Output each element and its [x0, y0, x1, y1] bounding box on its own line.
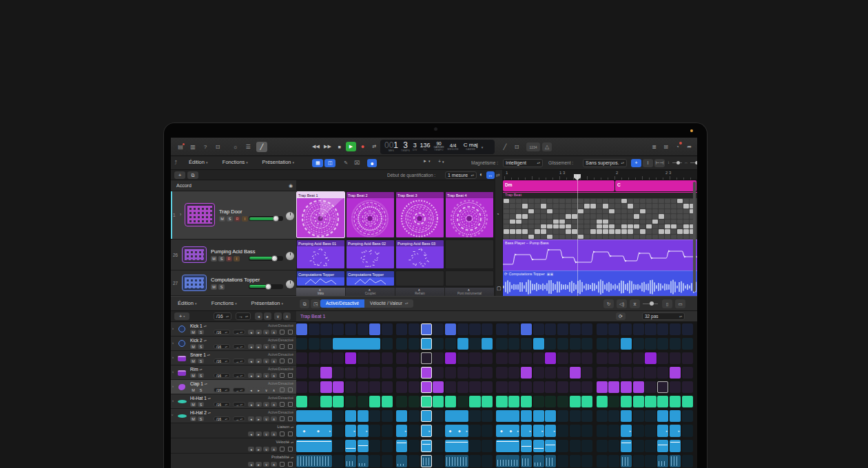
row-settings-b-button[interactable] — [288, 447, 293, 451]
step-cell-empty[interactable] — [433, 410, 444, 422]
row-settings-b-button[interactable] — [288, 330, 293, 334]
step-cell-empty[interactable] — [382, 352, 393, 364]
step-cell-empty[interactable] — [409, 323, 420, 335]
row-header[interactable]: Probabilité▴▾◂▸∨∧ — [171, 454, 296, 468]
row-octave-up-button[interactable]: ∧ — [271, 387, 277, 392]
glissement-select[interactable]: Sans superpos.▴▾ — [583, 159, 627, 167]
step-cell-empty[interactable] — [621, 352, 632, 364]
scene-trigger-4[interactable]: ∧Pont instrumental — [445, 288, 495, 296]
step-cell-empty[interactable] — [557, 323, 568, 335]
step-cell-empty[interactable] — [433, 425, 444, 437]
row-rotate-right-button[interactable]: ▸ — [256, 447, 262, 451]
row-rate-select[interactable]: /16▴▾ — [214, 344, 230, 349]
step-cell-empty[interactable] — [521, 381, 532, 393]
ss-menu-édition[interactable]: Édition▾ — [175, 300, 199, 306]
step-cell-empty[interactable] — [557, 410, 568, 422]
row-mute-button[interactable]: M — [190, 344, 196, 349]
step-cell-empty[interactable] — [521, 352, 532, 364]
step-cell-empty[interactable] — [445, 381, 456, 393]
ll-menu-édition[interactable]: Édition▾ — [186, 159, 210, 165]
step-cell-empty[interactable] — [396, 396, 407, 407]
row-solo-button[interactable]: S — [198, 373, 204, 378]
step-cell-empty[interactable] — [469, 425, 480, 437]
row-playmode-select[interactable]: →▴▾ — [233, 387, 245, 392]
pan-knob[interactable] — [286, 212, 294, 220]
row-rate-select[interactable]: /16▴▾ — [214, 387, 230, 392]
play-button[interactable]: ▶ — [346, 142, 356, 151]
row-solo-button[interactable]: S — [198, 344, 204, 349]
rotate-left-button[interactable]: ◂ — [255, 312, 262, 320]
step-cell-active[interactable] — [645, 396, 656, 407]
step-cell-active[interactable] — [521, 323, 532, 335]
step-cell-active[interactable] — [545, 352, 556, 364]
step-cell-empty[interactable] — [545, 381, 556, 393]
step-cell-active[interactable] — [445, 440, 468, 452]
autozoom-icon[interactable]: ⊢⊣ — [654, 159, 665, 167]
catch-playhead-icon[interactable]: ⧖ — [630, 299, 640, 308]
row-header[interactable]: ›Hi-Hat 1▴▾Activé/DésactivéMS/16▴▾→▴▾◂▸∨… — [171, 394, 296, 409]
row-octave-up-button[interactable]: ∧ — [271, 344, 277, 349]
step-cell-active[interactable]: ▸ — [545, 425, 556, 437]
octave-up-button[interactable]: ∧ — [283, 312, 291, 320]
pattern-loop-button[interactable]: ⟳ — [616, 312, 626, 320]
row-mute-button[interactable]: M — [190, 402, 196, 407]
step-cell-empty[interactable] — [533, 367, 544, 379]
arrangement-scrollbar[interactable] — [693, 182, 696, 292]
step-cell-active[interactable] — [670, 367, 681, 379]
row-rate-select[interactable]: /16▴▾ — [214, 330, 230, 334]
step-cell-active[interactable]: ▸ — [345, 425, 356, 437]
step-cell-active[interactable] — [521, 367, 532, 379]
step-cell-active[interactable] — [358, 455, 369, 467]
row-mute-button[interactable]: M — [190, 359, 196, 363]
step-cell-empty[interactable] — [409, 440, 420, 452]
step-cell-empty[interactable] — [345, 381, 356, 393]
duplicate-track-button[interactable]: ⧉ — [187, 171, 198, 179]
step-cell-empty[interactable] — [333, 323, 344, 335]
row-rotate-left-button[interactable]: ◂ — [248, 373, 254, 378]
row-rotate-left-button[interactable]: ◂ — [248, 402, 254, 407]
row-name-group[interactable]: Hi-Hat 1▴▾ — [190, 396, 211, 401]
step-cell-empty[interactable] — [597, 425, 608, 437]
row-settings-a-button[interactable] — [280, 462, 285, 467]
step-cell-empty[interactable] — [333, 455, 344, 467]
step-cell-empty[interactable] — [570, 425, 581, 437]
step-cell-empty[interactable] — [296, 352, 307, 364]
row-rotate-right-button[interactable]: ▸ — [256, 330, 262, 334]
step-cell-empty[interactable] — [682, 410, 693, 422]
scene-trigger-3[interactable]: ∧Refrain — [395, 288, 445, 296]
row-settings-b-button[interactable] — [288, 432, 293, 436]
step-cell-empty[interactable] — [369, 440, 380, 452]
step-cell-empty[interactable] — [433, 338, 444, 350]
row-header[interactable]: Vélocité▴▾◂▸∨∧ — [171, 438, 296, 454]
row-solo-button[interactable]: S — [198, 416, 204, 421]
step-cell-active[interactable] — [445, 323, 456, 335]
step-cell-empty[interactable] — [345, 323, 356, 335]
row-mute-button[interactable]: M — [190, 416, 196, 421]
step-cell-empty[interactable] — [608, 396, 619, 407]
step-cell-active[interactable] — [608, 381, 619, 393]
row-solo-button[interactable]: S — [198, 359, 204, 363]
step-cell-empty[interactable] — [645, 338, 656, 350]
step-cell-active[interactable] — [633, 381, 644, 393]
step-cell-empty[interactable] — [633, 440, 644, 452]
step-cell-empty[interactable] — [570, 440, 581, 452]
ghost-step-outline[interactable] — [657, 381, 668, 393]
step-cell-active[interactable] — [333, 338, 380, 350]
subrow-name-group[interactable]: Vélocité▴▾ — [276, 440, 293, 444]
row-rotate-right-button[interactable]: ▸ — [256, 402, 262, 407]
step-cell-active[interactable] — [621, 440, 632, 452]
row-playmode-select[interactable]: →▴▾ — [233, 330, 245, 334]
row-playmode-select[interactable]: →▴▾ — [233, 359, 245, 363]
step-cell-empty[interactable] — [496, 381, 507, 393]
row-header[interactable]: ›Snare 1▴▾Activé/DésactivéMS/16▴▾→▴▾◂▸∨∧ — [171, 351, 296, 365]
step-cell-active[interactable] — [621, 381, 632, 393]
step-cell-empty[interactable] — [358, 381, 369, 393]
brush-icon[interactable]: ╱ — [256, 142, 267, 152]
step-cell-active[interactable] — [621, 455, 632, 467]
lcd-key[interactable]: C majGAMME — [464, 142, 478, 151]
step-cell-empty[interactable] — [358, 323, 369, 335]
step-cell-empty[interactable] — [645, 367, 656, 379]
step-cell-empty[interactable] — [597, 338, 608, 350]
step-cell-empty[interactable] — [320, 338, 331, 350]
track-button-s[interactable]: S — [218, 256, 225, 262]
